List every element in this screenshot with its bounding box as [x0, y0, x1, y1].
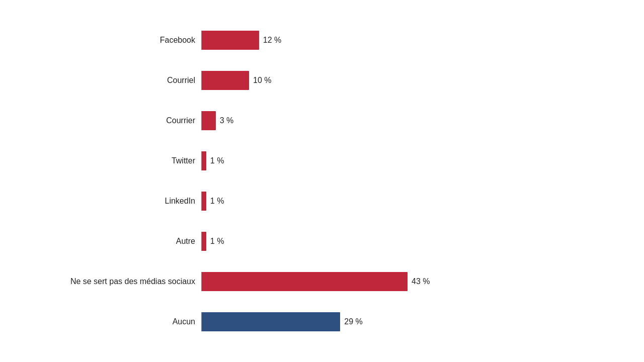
bar-pct-label: 3 %	[220, 116, 234, 125]
bar-label: Twitter	[25, 156, 201, 165]
axis-line	[201, 71, 202, 90]
bar-row: Twitter1 %	[25, 146, 614, 176]
bar-label: Ne se sert pas des médias sociaux	[25, 277, 201, 286]
bar-label: Aucun	[25, 317, 201, 326]
bar-fill	[201, 192, 206, 211]
bar-row: Aucun29 %	[25, 307, 614, 337]
bar-row: Autre1 %	[25, 226, 614, 256]
bar-fill	[201, 31, 259, 50]
bar-pct-label: 1 %	[210, 197, 224, 206]
bar-label: Courriel	[25, 76, 201, 85]
bar-pct-label: 29 %	[344, 317, 362, 326]
bar-area: 29 %	[201, 312, 614, 331]
axis-line	[201, 232, 202, 251]
bar-fill	[201, 151, 206, 170]
axis-line	[201, 31, 202, 50]
bar-area: 3 %	[201, 111, 614, 130]
bar-area: 43 %	[201, 272, 614, 291]
bar-area: 1 %	[201, 232, 614, 251]
bar-area: 12 %	[201, 31, 614, 50]
bar-pct-label: 43 %	[412, 277, 430, 286]
bar-fill	[201, 312, 340, 331]
bar-pct-label: 1 %	[210, 237, 224, 246]
bar-fill	[201, 71, 249, 90]
bar-pct-label: 1 %	[210, 156, 224, 165]
chart-container: Facebook12 %Courriel10 %Courrier3 %Twitt…	[20, 10, 624, 352]
axis-line	[201, 111, 202, 130]
bar-label: Facebook	[25, 36, 201, 45]
bar-area: 1 %	[201, 192, 614, 211]
bar-pct-label: 10 %	[253, 76, 271, 85]
axis-line	[201, 192, 202, 211]
bar-row: LinkedIn1 %	[25, 186, 614, 216]
bar-label: Courrier	[25, 116, 201, 125]
bar-area: 10 %	[201, 71, 614, 90]
bar-label: Autre	[25, 237, 201, 246]
bar-label: LinkedIn	[25, 197, 201, 206]
bar-fill	[201, 232, 206, 251]
bar-fill	[201, 111, 216, 130]
bar-fill	[201, 272, 408, 291]
bar-pct-label: 12 %	[263, 36, 281, 45]
bar-row: Courriel10 %	[25, 65, 614, 96]
bar-row: Ne se sert pas des médias sociaux43 %	[25, 266, 614, 297]
bar-row: Courrier3 %	[25, 106, 614, 136]
bar-row: Facebook12 %	[25, 25, 614, 55]
axis-line	[201, 272, 202, 291]
bar-area: 1 %	[201, 151, 614, 170]
axis-line	[201, 312, 202, 331]
axis-line	[201, 151, 202, 170]
